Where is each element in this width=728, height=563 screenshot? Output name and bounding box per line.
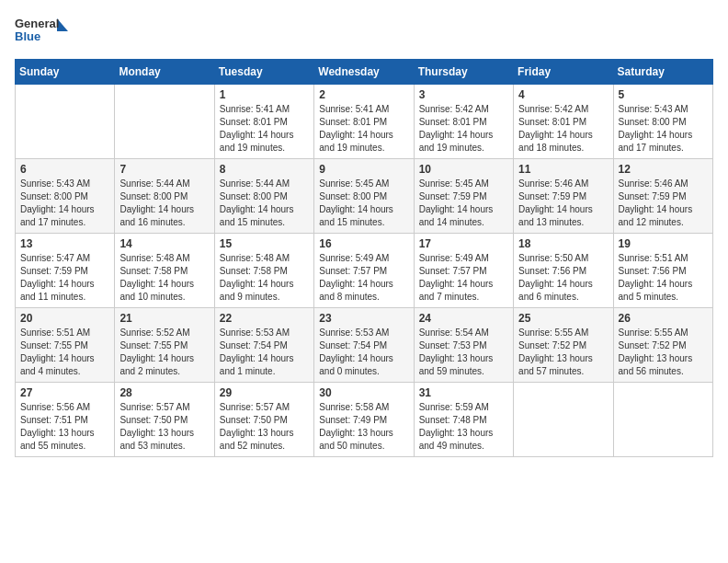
day-info: Sunrise: 5:41 AM Sunset: 8:01 PM Dayligh… <box>220 103 309 155</box>
calendar-cell <box>514 383 613 457</box>
calendar-cell: 28Sunrise: 5:57 AM Sunset: 7:50 PM Dayli… <box>115 383 214 457</box>
calendar-cell: 12Sunrise: 5:46 AM Sunset: 7:59 PM Dayli… <box>613 159 712 234</box>
day-info: Sunrise: 5:59 AM Sunset: 7:48 PM Dayligh… <box>419 401 508 453</box>
day-number: 21 <box>119 312 209 325</box>
calendar-cell: 29Sunrise: 5:57 AM Sunset: 7:50 PM Dayli… <box>214 383 313 457</box>
calendar-week-row: 27Sunrise: 5:56 AM Sunset: 7:51 PM Dayli… <box>16 383 713 457</box>
calendar-cell: 14Sunrise: 5:48 AM Sunset: 7:58 PM Dayli… <box>115 234 214 308</box>
weekday-header-friday: Friday <box>514 60 613 85</box>
calendar-cell: 4Sunrise: 5:42 AM Sunset: 8:01 PM Daylig… <box>514 85 613 159</box>
day-number: 11 <box>518 163 608 176</box>
day-info: Sunrise: 5:46 AM Sunset: 7:59 PM Dayligh… <box>518 178 608 229</box>
day-info: Sunrise: 5:51 AM Sunset: 7:55 PM Dayligh… <box>20 327 109 378</box>
calendar-cell: 2Sunrise: 5:41 AM Sunset: 8:01 PM Daylig… <box>314 85 414 159</box>
calendar-cell: 3Sunrise: 5:42 AM Sunset: 8:01 PM Daylig… <box>414 85 513 159</box>
day-number: 15 <box>220 237 309 250</box>
day-number: 3 <box>419 88 508 101</box>
day-info: Sunrise: 5:46 AM Sunset: 7:59 PM Dayligh… <box>619 178 708 229</box>
day-info: Sunrise: 5:45 AM Sunset: 7:59 PM Dayligh… <box>419 178 508 229</box>
day-number: 8 <box>220 163 309 176</box>
svg-text:Blue: Blue <box>15 29 40 43</box>
calendar-cell: 7Sunrise: 5:44 AM Sunset: 8:00 PM Daylig… <box>115 159 214 234</box>
day-info: Sunrise: 5:48 AM Sunset: 7:58 PM Dayligh… <box>220 252 309 304</box>
day-info: Sunrise: 5:51 AM Sunset: 7:56 PM Dayligh… <box>619 252 708 304</box>
calendar-cell: 5Sunrise: 5:43 AM Sunset: 8:00 PM Daylig… <box>613 85 712 159</box>
calendar-cell: 19Sunrise: 5:51 AM Sunset: 7:56 PM Dayli… <box>613 234 712 308</box>
calendar-cell: 23Sunrise: 5:53 AM Sunset: 7:54 PM Dayli… <box>314 308 414 383</box>
calendar-cell: 9Sunrise: 5:45 AM Sunset: 8:00 PM Daylig… <box>314 159 414 234</box>
day-number: 13 <box>20 237 109 250</box>
calendar-cell <box>16 85 115 159</box>
day-info: Sunrise: 5:54 AM Sunset: 7:53 PM Dayligh… <box>419 327 508 378</box>
day-number: 14 <box>119 237 209 250</box>
day-info: Sunrise: 5:56 AM Sunset: 7:51 PM Dayligh… <box>20 401 109 453</box>
calendar-week-row: 13Sunrise: 5:47 AM Sunset: 7:59 PM Dayli… <box>16 234 713 308</box>
day-info: Sunrise: 5:55 AM Sunset: 7:52 PM Dayligh… <box>518 327 608 378</box>
day-info: Sunrise: 5:43 AM Sunset: 8:00 PM Dayligh… <box>20 178 109 229</box>
calendar-cell: 15Sunrise: 5:48 AM Sunset: 7:58 PM Dayli… <box>214 234 313 308</box>
day-info: Sunrise: 5:52 AM Sunset: 7:55 PM Dayligh… <box>119 327 209 378</box>
day-number: 17 <box>419 237 508 250</box>
calendar-week-row: 20Sunrise: 5:51 AM Sunset: 7:55 PM Dayli… <box>16 308 713 383</box>
calendar-cell: 27Sunrise: 5:56 AM Sunset: 7:51 PM Dayli… <box>16 383 115 457</box>
day-info: Sunrise: 5:42 AM Sunset: 8:01 PM Dayligh… <box>419 103 508 155</box>
day-number: 10 <box>419 163 508 176</box>
calendar-cell: 20Sunrise: 5:51 AM Sunset: 7:55 PM Dayli… <box>16 308 115 383</box>
day-info: Sunrise: 5:57 AM Sunset: 7:50 PM Dayligh… <box>119 401 209 453</box>
day-number: 23 <box>319 312 408 325</box>
day-number: 9 <box>319 163 408 176</box>
calendar-cell <box>613 383 712 457</box>
day-number: 20 <box>20 312 109 325</box>
calendar-cell: 17Sunrise: 5:49 AM Sunset: 7:57 PM Dayli… <box>414 234 513 308</box>
day-number: 12 <box>619 163 708 176</box>
day-info: Sunrise: 5:50 AM Sunset: 7:56 PM Dayligh… <box>518 252 608 304</box>
calendar-cell: 1Sunrise: 5:41 AM Sunset: 8:01 PM Daylig… <box>214 85 313 159</box>
calendar-cell: 21Sunrise: 5:52 AM Sunset: 7:55 PM Dayli… <box>115 308 214 383</box>
calendar-cell: 22Sunrise: 5:53 AM Sunset: 7:54 PM Dayli… <box>214 308 313 383</box>
day-number: 4 <box>518 88 608 101</box>
day-info: Sunrise: 5:55 AM Sunset: 7:52 PM Dayligh… <box>619 327 708 378</box>
calendar-cell: 6Sunrise: 5:43 AM Sunset: 8:00 PM Daylig… <box>16 159 115 234</box>
weekday-header-row: SundayMondayTuesdayWednesdayThursdayFrid… <box>16 60 713 85</box>
day-info: Sunrise: 5:49 AM Sunset: 7:57 PM Dayligh… <box>419 252 508 304</box>
day-number: 6 <box>20 163 109 176</box>
calendar-cell: 8Sunrise: 5:44 AM Sunset: 8:00 PM Daylig… <box>214 159 313 234</box>
day-info: Sunrise: 5:53 AM Sunset: 7:54 PM Dayligh… <box>220 327 309 378</box>
weekday-header-saturday: Saturday <box>613 60 712 85</box>
calendar-cell: 10Sunrise: 5:45 AM Sunset: 7:59 PM Dayli… <box>414 159 513 234</box>
day-info: Sunrise: 5:48 AM Sunset: 7:58 PM Dayligh… <box>119 252 209 304</box>
weekday-header-sunday: Sunday <box>16 60 115 85</box>
calendar-cell: 24Sunrise: 5:54 AM Sunset: 7:53 PM Dayli… <box>414 308 513 383</box>
day-number: 28 <box>119 386 209 399</box>
calendar-cell: 31Sunrise: 5:59 AM Sunset: 7:48 PM Dayli… <box>414 383 513 457</box>
calendar-week-row: 6Sunrise: 5:43 AM Sunset: 8:00 PM Daylig… <box>16 159 713 234</box>
svg-text:General: General <box>15 17 59 30</box>
day-info: Sunrise: 5:47 AM Sunset: 7:59 PM Dayligh… <box>20 252 109 304</box>
day-info: Sunrise: 5:43 AM Sunset: 8:00 PM Dayligh… <box>619 103 708 155</box>
day-number: 24 <box>419 312 508 325</box>
calendar-cell <box>115 85 214 159</box>
calendar-cell: 26Sunrise: 5:55 AM Sunset: 7:52 PM Dayli… <box>613 308 712 383</box>
day-number: 31 <box>419 386 508 399</box>
page-header: GeneralBlue <box>15 15 713 48</box>
calendar-cell: 25Sunrise: 5:55 AM Sunset: 7:52 PM Dayli… <box>514 308 613 383</box>
day-number: 16 <box>319 237 408 250</box>
calendar-cell: 18Sunrise: 5:50 AM Sunset: 7:56 PM Dayli… <box>514 234 613 308</box>
day-number: 2 <box>319 88 408 101</box>
logo: GeneralBlue <box>15 15 70 48</box>
day-number: 27 <box>20 386 109 399</box>
day-info: Sunrise: 5:41 AM Sunset: 8:01 PM Dayligh… <box>319 103 408 155</box>
weekday-header-thursday: Thursday <box>414 60 513 85</box>
day-info: Sunrise: 5:57 AM Sunset: 7:50 PM Dayligh… <box>220 401 309 453</box>
day-info: Sunrise: 5:49 AM Sunset: 7:57 PM Dayligh… <box>319 252 408 304</box>
weekday-header-wednesday: Wednesday <box>314 60 414 85</box>
day-number: 18 <box>518 237 608 250</box>
day-number: 30 <box>319 386 408 399</box>
calendar-table: SundayMondayTuesdayWednesdayThursdayFrid… <box>15 59 713 457</box>
calendar-cell: 13Sunrise: 5:47 AM Sunset: 7:59 PM Dayli… <box>16 234 115 308</box>
day-info: Sunrise: 5:53 AM Sunset: 7:54 PM Dayligh… <box>319 327 408 378</box>
day-number: 25 <box>518 312 608 325</box>
calendar-cell: 16Sunrise: 5:49 AM Sunset: 7:57 PM Dayli… <box>314 234 414 308</box>
day-number: 22 <box>220 312 309 325</box>
day-number: 1 <box>220 88 309 101</box>
